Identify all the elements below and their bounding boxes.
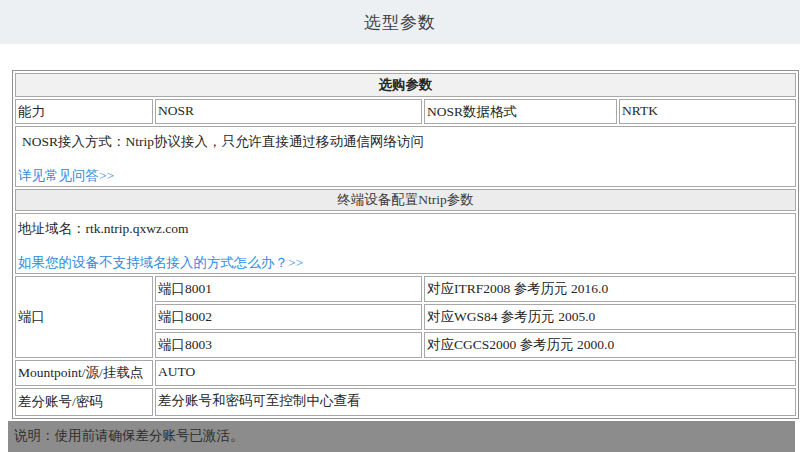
capability-label-cell: 能力 — [15, 99, 153, 124]
mountpoint-value-cell: AUTO — [155, 360, 796, 386]
parameters-content: 选购参数 能力 NOSR NOSR数据格式 NRTK NOSR接入方式：Ntri… — [0, 70, 800, 452]
nosr-access-row: NOSR接入方式：Ntrip协议接入，只允许直接通过移动通信网络访问 详见常见问… — [15, 126, 796, 187]
account-label-cell: 差分账号/密码 — [15, 388, 153, 416]
nosr-cell: NOSR — [155, 99, 422, 124]
address-row: 地址域名：rtk.ntrip.qxwz.com 如果您的设备不支持域名接入的方式… — [15, 213, 796, 274]
account-row: 差分账号/密码 差分账号和密码可至控制中心查看 — [15, 388, 796, 416]
page-header-band: 选型参数 — [0, 0, 800, 44]
domain-help-link[interactable]: 如果您的设备不支持域名接入的方式怎么办？>> — [18, 255, 303, 270]
port-row-8001: 端口 端口8001 对应ITRF2008 参考历元 2016.0 — [15, 276, 796, 302]
port-8002-desc-cell: 对应WGS84 参考历元 2005.0 — [424, 304, 796, 330]
port-8003-cell: 端口8003 — [155, 332, 422, 358]
section-header-purchase-params: 选购参数 — [15, 73, 796, 97]
faq-link[interactable]: 详见常见问答>> — [18, 168, 114, 183]
port-8003-desc-cell: 对应CGCS2000 参考历元 2000.0 — [424, 332, 796, 358]
nosr-access-cell: NOSR接入方式：Ntrip协议接入，只允许直接通过移动通信网络访问 详见常见问… — [15, 126, 796, 187]
nrtk-cell: NRTK — [619, 99, 796, 124]
capability-row: 能力 NOSR NOSR数据格式 NRTK — [15, 99, 796, 124]
activation-note: 说明：使用前请确保差分账号已激活。 — [8, 421, 795, 452]
parameters-table: 选购参数 能力 NOSR NOSR数据格式 NRTK NOSR接入方式：Ntri… — [12, 70, 799, 419]
address-cell: 地址域名：rtk.ntrip.qxwz.com 如果您的设备不支持域名接入的方式… — [15, 213, 796, 274]
port-8001-cell: 端口8001 — [155, 276, 422, 302]
nosr-access-text: NOSR接入方式：Ntrip协议接入，只允许直接通过移动通信网络访问 — [18, 133, 793, 151]
account-value-cell: 差分账号和密码可至控制中心查看 — [155, 388, 796, 416]
section-header-ntrip-params: 终端设备配置Ntrip参数 — [15, 189, 796, 211]
mountpoint-label-cell: Mountpoint/源/挂载点 — [15, 360, 153, 386]
port-label-cell: 端口 — [15, 276, 153, 358]
mountpoint-row: Mountpoint/源/挂载点 AUTO — [15, 360, 796, 386]
port-8002-cell: 端口8002 — [155, 304, 422, 330]
nosr-format-cell: NOSR数据格式 — [424, 99, 617, 124]
port-8001-desc-cell: 对应ITRF2008 参考历元 2016.0 — [424, 276, 796, 302]
address-domain-text: 地址域名：rtk.ntrip.qxwz.com — [18, 220, 793, 238]
section-header-row-ntrip: 终端设备配置Ntrip参数 — [15, 189, 796, 211]
page-title: 选型参数 — [364, 11, 436, 34]
section-header-row-purchase: 选购参数 — [15, 73, 796, 97]
